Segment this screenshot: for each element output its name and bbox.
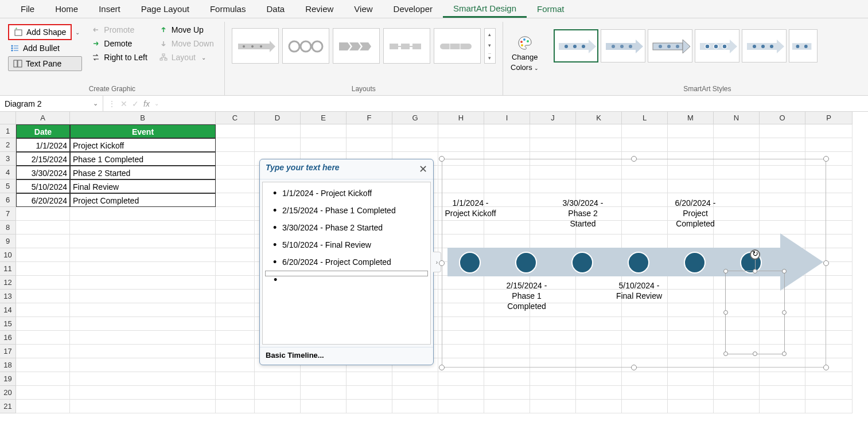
cell[interactable] [70, 372, 216, 386]
column-header[interactable]: L [622, 112, 668, 124]
timeline-dot[interactable] [571, 252, 593, 273]
layout-thumb-5[interactable] [434, 28, 481, 64]
row-header[interactable]: 7 [0, 207, 16, 221]
cell[interactable] [622, 400, 668, 413]
column-header[interactable]: E [301, 112, 347, 124]
cell[interactable] [16, 207, 70, 221]
row-header[interactable]: 3 [0, 152, 16, 166]
row-header[interactable]: 13 [0, 290, 16, 303]
cell[interactable] [216, 152, 255, 166]
cell[interactable] [70, 290, 216, 303]
cell[interactable]: 3/30/2024 [16, 166, 70, 179]
add-shape-button[interactable]: + Add Shape [8, 24, 72, 40]
cell[interactable] [392, 138, 438, 152]
row-header[interactable]: 17 [0, 345, 16, 358]
text-pane-item[interactable]: 5/10/2024 - Final Review [265, 236, 428, 253]
cell[interactable] [255, 138, 301, 152]
cell[interactable] [484, 124, 530, 138]
confirm-icon[interactable]: ✓ [132, 99, 139, 108]
style-thumb-6[interactable] [789, 29, 818, 62]
cell[interactable] [216, 386, 255, 400]
cell[interactable] [216, 166, 255, 179]
cell[interactable] [70, 221, 216, 235]
cell[interactable]: Final Review [70, 179, 216, 193]
cell[interactable] [760, 124, 805, 138]
cell[interactable] [392, 400, 438, 413]
row-header[interactable]: 4 [0, 166, 16, 179]
cell[interactable] [622, 138, 668, 152]
style-thumb-5[interactable] [742, 29, 787, 62]
text-pane-item-editing[interactable] [265, 271, 428, 276]
cell[interactable] [622, 372, 668, 386]
row-header[interactable]: 8 [0, 221, 16, 235]
timeline-dot[interactable] [515, 252, 537, 273]
cell[interactable] [301, 400, 347, 413]
cell[interactable] [16, 331, 70, 345]
layout-thumb-4[interactable] [383, 28, 430, 64]
cell[interactable]: Date [16, 124, 70, 138]
cell[interactable] [16, 303, 70, 317]
cell[interactable] [438, 400, 484, 413]
change-colors-button[interactable]: Change Colors ⌄ [508, 23, 542, 84]
name-box[interactable]: Diagram 2 ⌄ [0, 96, 103, 111]
cell[interactable] [16, 345, 70, 358]
cell[interactable] [438, 124, 484, 138]
cell[interactable] [16, 317, 70, 331]
cell[interactable] [216, 207, 255, 221]
cell[interactable] [216, 372, 255, 386]
cell[interactable] [530, 400, 576, 413]
column-header[interactable]: K [576, 112, 622, 124]
layout-thumb-3[interactable] [333, 28, 380, 64]
cell[interactable] [576, 400, 622, 413]
cell[interactable] [805, 138, 853, 152]
demote-button[interactable]: Demote [89, 38, 150, 49]
cell[interactable] [216, 193, 255, 207]
cell[interactable] [668, 124, 714, 138]
cell[interactable] [216, 331, 255, 345]
column-header[interactable]: P [805, 112, 853, 124]
cell[interactable] [70, 207, 216, 221]
cell[interactable] [216, 262, 255, 276]
column-header[interactable]: F [347, 112, 392, 124]
cell[interactable] [760, 138, 805, 152]
cell[interactable] [70, 262, 216, 276]
cell[interactable] [438, 386, 484, 400]
add-shape-dropdown[interactable]: ⌄ [73, 29, 82, 36]
cell[interactable] [255, 124, 301, 138]
cell[interactable] [484, 138, 530, 152]
cell[interactable] [714, 372, 760, 386]
cell[interactable] [347, 372, 392, 386]
row-header[interactable]: 15 [0, 317, 16, 331]
tab-developer[interactable]: Developer [383, 0, 443, 18]
cell[interactable] [255, 372, 301, 386]
cell[interactable] [16, 358, 70, 372]
timeline-dot[interactable] [628, 252, 649, 273]
cell[interactable] [216, 248, 255, 262]
cell[interactable] [216, 345, 255, 358]
style-thumb-4[interactable] [695, 29, 739, 62]
cell[interactable] [70, 235, 216, 248]
cell[interactable] [301, 386, 347, 400]
timeline-dot[interactable] [684, 252, 706, 273]
cell[interactable] [255, 386, 301, 400]
cell[interactable] [16, 290, 70, 303]
timeline-label[interactable]: 2/15/2024 - Phase 1 Completed [498, 280, 555, 312]
cell[interactable]: 5/10/2024 [16, 179, 70, 193]
cell[interactable] [622, 124, 668, 138]
close-icon[interactable]: ✕ [419, 163, 427, 175]
cell[interactable] [576, 386, 622, 400]
select-all-corner[interactable] [0, 112, 16, 124]
row-header[interactable]: 1 [0, 124, 16, 138]
row-header[interactable]: 19 [0, 372, 16, 386]
cell[interactable] [70, 345, 216, 358]
cell[interactable]: Phase 2 Started [70, 166, 216, 179]
row-header[interactable]: 12 [0, 276, 16, 290]
cell[interactable] [530, 386, 576, 400]
selected-shape-frame[interactable] [725, 271, 785, 354]
style-thumb-1[interactable] [554, 29, 598, 62]
layout-thumb-1[interactable] [232, 28, 279, 64]
tab-review[interactable]: Review [295, 0, 344, 18]
cell[interactable] [16, 386, 70, 400]
column-header[interactable]: C [216, 112, 255, 124]
cell[interactable] [760, 386, 805, 400]
